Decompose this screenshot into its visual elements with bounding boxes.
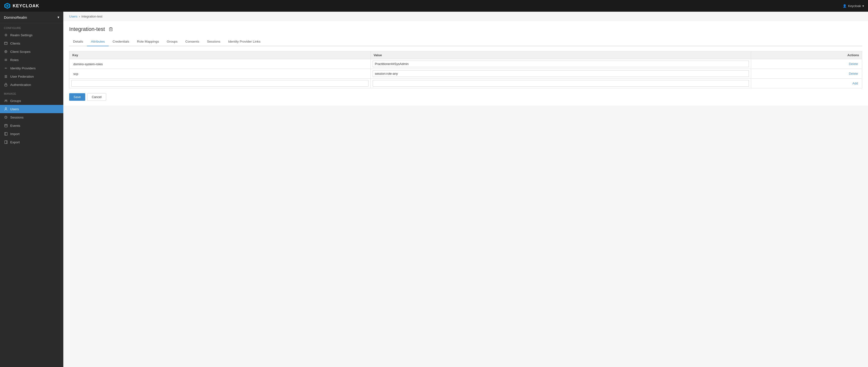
new-attribute-value-input[interactable] [373,80,749,87]
tab-sessions[interactable]: Sessions [203,37,224,46]
col-header-actions: Actions [751,52,862,59]
tab-credentials[interactable]: Credentials [108,37,133,46]
user-chevron-icon: ▾ [862,4,864,8]
breadcrumb: Users › integration-test [63,12,868,21]
delete-attribute-button[interactable]: Delete [847,71,860,76]
sidebar-item-label: Authentication [10,83,31,87]
sidebar-item-export[interactable]: Export [0,138,63,146]
sidebar-item-label: Sessions [10,115,24,119]
sidebar: DominoRealm ▾ Configure ⚙ Realm Settings… [0,12,63,367]
sidebar-item-authentication[interactable]: Authentication [0,80,63,89]
sidebar-item-roles[interactable]: Roles [0,56,63,64]
tab-identity-provider-links[interactable]: Identity Provider Links [224,37,265,46]
content-area: Integration-test Details Attributes Cred… [63,21,868,106]
username: Keycloak [848,4,861,8]
sidebar-item-identity-providers[interactable]: Identity Providers [0,64,63,72]
sidebar-item-events[interactable]: Events [0,122,63,130]
attribute-value-cell [370,69,751,78]
tab-attributes[interactable]: Attributes [87,37,108,46]
sidebar-item-client-scopes[interactable]: Client Scopes [0,47,63,56]
keycloak-logo-icon [4,2,11,9]
sidebar-item-realm-settings[interactable]: ⚙ Realm Settings [0,31,63,39]
sidebar-item-label: Roles [10,58,19,62]
tab-bar: Details Attributes Credentials Role Mapp… [69,37,862,46]
attribute-value-cell [370,59,751,69]
col-header-value: Value [370,52,751,59]
svg-point-17 [5,107,7,109]
export-icon [4,140,8,144]
cancel-button[interactable]: Cancel [87,93,106,101]
configure-section-label: Configure [0,23,63,31]
delete-user-button[interactable] [108,26,114,32]
col-header-key: Key [69,52,371,59]
tab-groups[interactable]: Groups [163,37,181,46]
attribute-value-input[interactable] [373,70,749,77]
tab-consents[interactable]: Consents [181,37,203,46]
attribute-key-cell: domino-system-roles [69,59,371,69]
new-actions-cell: Add [751,78,862,88]
sidebar-item-label: Identity Providers [10,66,36,70]
sidebar-item-label: Groups [10,99,21,103]
sidebar-item-users[interactable]: Users [0,105,63,113]
breadcrumb-parent-link[interactable]: Users [69,14,78,18]
tab-role-mappings[interactable]: Role Mappings [133,37,163,46]
svg-point-6 [5,51,6,52]
main-content: Users › integration-test Integration-tes… [63,12,868,367]
page-header: Integration-test [69,26,862,32]
user-menu[interactable]: 👤 Keycloak ▾ [843,4,864,8]
layout: DominoRealm ▾ Configure ⚙ Realm Settings… [0,12,868,367]
brand: KEYCLOAK [4,2,39,9]
sidebar-item-label: User Federation [10,75,34,78]
attribute-key-text: scp [71,71,80,77]
delete-attribute-button[interactable]: Delete [847,61,860,67]
page-title: Integration-test [69,26,105,32]
sidebar-item-label: Realm Settings [10,33,33,37]
sidebar-item-groups[interactable]: Groups [0,97,63,105]
svg-rect-3 [4,42,7,44]
identity-providers-icon [4,66,8,70]
roles-icon [4,58,8,62]
groups-icon [4,99,8,103]
sidebar-item-sessions[interactable]: Sessions [0,113,63,122]
sidebar-item-label: Import [10,132,20,136]
table-header-row: Key Value Actions [69,52,862,59]
brand-text: KEYCLOAK [13,3,39,8]
sidebar-item-label: Events [10,124,20,128]
sidebar-item-label: Client Scopes [10,50,30,54]
realm-settings-icon: ⚙ [4,33,8,37]
breadcrumb-current: integration-test [81,14,102,18]
save-button[interactable]: Save [69,93,85,101]
user-icon: 👤 [843,4,846,8]
client-scopes-icon [4,49,8,54]
import-icon [4,132,8,136]
user-federation-icon [4,74,8,78]
attribute-actions-cell: Delete [751,69,862,78]
sidebar-item-label: Clients [10,42,20,45]
table-row: domino-system-roles Delete [69,59,862,69]
sidebar-item-user-federation[interactable]: User Federation [0,72,63,80]
sessions-icon [4,115,8,119]
realm-chevron-icon: ▾ [58,15,59,20]
sidebar-item-import[interactable]: Import [0,130,63,138]
clients-icon [4,41,8,45]
new-attribute-key-input[interactable] [71,80,369,87]
attributes-table: Key Value Actions domino-system-roles [69,51,862,88]
add-attribute-button[interactable]: Add [850,80,860,86]
breadcrumb-separator: › [79,14,80,18]
new-key-cell [69,78,371,88]
authentication-icon [4,83,8,87]
users-icon [4,107,8,111]
svg-rect-19 [5,124,7,127]
sidebar-item-clients[interactable]: Clients [0,39,63,47]
realm-selector[interactable]: DominoRealm ▾ [0,12,63,23]
new-value-cell [370,78,751,88]
attribute-value-input[interactable] [373,61,749,67]
events-icon [4,124,8,128]
svg-rect-14 [5,85,7,86]
tab-details[interactable]: Details [69,37,87,46]
attribute-actions-cell: Delete [751,59,862,69]
table-row-new: Add [69,78,862,88]
trash-icon [109,27,113,31]
realm-name: DominoRealm [4,15,27,20]
svg-rect-25 [5,141,7,143]
